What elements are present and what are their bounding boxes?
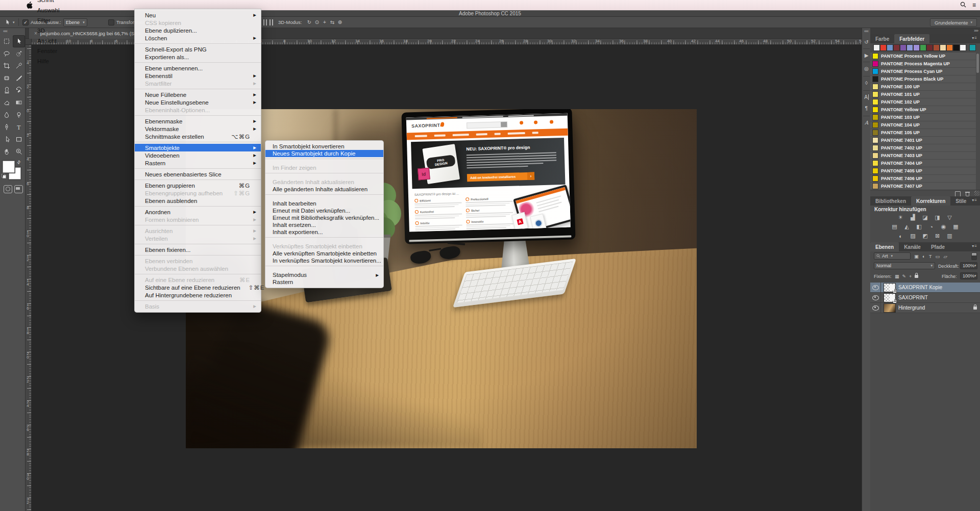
swatch-row[interactable]: PANTONE Yellow UP — [870, 106, 976, 114]
menu-item[interactable]: Inhalt exportieren... ▶ — [265, 228, 383, 236]
filter-type-layers-icon[interactable]: T — [929, 253, 932, 259]
swatch-row[interactable]: PANTONE Process Yellow UP — [870, 53, 976, 60]
swatch-row[interactable]: PANTONE 7406 UP — [870, 175, 976, 183]
slide-3d-icon[interactable]: ⇆ — [329, 19, 335, 25]
menu-item[interactable]: Ebenengruppierung aufheben ⇧⌘G ▶ — [135, 189, 261, 197]
menu-item[interactable]: ▶ — [135, 242, 261, 246]
history-panel-icon[interactable]: ↺ — [862, 39, 871, 45]
menu-item[interactable]: Neue Einstellungsebene ▶ — [135, 98, 261, 106]
menu-item[interactable]: ▶ — [135, 140, 261, 144]
menubar-item[interactable]: Schrift — [33, 0, 83, 5]
spotlight-icon[interactable] — [960, 2, 966, 9]
menu-item[interactable]: Rastern ▶ — [135, 159, 261, 167]
menubar-item[interactable]: Fenster — [33, 46, 83, 56]
panel-tab[interactable]: Stile — [950, 196, 971, 206]
color-swatch[interactable] — [927, 45, 933, 50]
layer-row[interactable]: SAXOPRINT Kopie — [870, 283, 980, 293]
ruler-origin-corner[interactable] — [26, 39, 32, 45]
align-icon[interactable] — [263, 19, 268, 25]
panel-tab[interactable]: Bibliotheken — [870, 196, 911, 206]
styles-panel-icon[interactable]: A — [862, 120, 871, 125]
menubar-item[interactable]: 3D — [33, 25, 83, 36]
panel-tab[interactable]: Farbe — [870, 34, 894, 43]
menu-item[interactable]: Neues Smartobjekt durch Kopie ▶ — [265, 150, 383, 157]
expand-panels-icon[interactable]: «« — [864, 29, 868, 34]
layer-row[interactable]: Hintergrund — [870, 303, 980, 313]
character-panel-icon[interactable]: A — [862, 94, 871, 100]
menu-item[interactable]: Ebenen verbinden ▶ — [135, 257, 261, 265]
layer-thumbnail[interactable] — [884, 304, 895, 312]
menu-item[interactable]: Smartfilter ▶ — [135, 80, 261, 87]
filter-adjustment-layers-icon[interactable]: ◐ — [922, 253, 925, 259]
color-swatch[interactable] — [970, 45, 975, 50]
swatch-row[interactable]: PANTONE 7401 UP — [870, 137, 976, 144]
properties-panel-icon[interactable]: ◎ — [862, 66, 871, 71]
path-selection-tool[interactable] — [1, 133, 13, 145]
color-swatch[interactable] — [880, 45, 886, 50]
threshold-icon[interactable]: ◩ — [921, 232, 930, 240]
brightness-contrast-icon[interactable]: ☀ — [896, 214, 905, 221]
swatch-row[interactable]: PANTONE 104 UP — [870, 121, 976, 129]
menu-item[interactable]: Erneut mit Bibliotheksgrafik verknüpfen.… — [265, 214, 383, 221]
eyedropper-tool[interactable] — [13, 60, 25, 72]
lasso-tool[interactable] — [1, 47, 13, 60]
menu-item[interactable]: ▶ — [135, 87, 261, 91]
menu-item[interactable]: Verknüpftes Smartobjekt einbetten ▶ — [265, 243, 383, 250]
panel-tab[interactable]: Pfade — [926, 242, 950, 251]
menu-item[interactable]: In verknüpftes Smartobjekt konvertieren.… — [265, 257, 383, 264]
swap-colors-icon[interactable]: ⇄ — [16, 159, 22, 165]
color-swatch[interactable] — [894, 45, 899, 50]
clone-stamp-tool[interactable] — [1, 84, 13, 96]
pan-3d-icon[interactable]: + — [321, 19, 328, 25]
apple-icon[interactable] — [27, 2, 33, 9]
swatch-row[interactable]: PANTONE 7404 UP — [870, 160, 976, 167]
invert-icon[interactable]: ◐ — [896, 232, 905, 240]
visibility-toggle[interactable] — [870, 303, 881, 313]
scrollbar-thumb[interactable] — [976, 54, 979, 73]
menubar-item[interactable]: Hilfe — [33, 56, 83, 66]
hand-tool[interactable] — [1, 145, 13, 158]
crop-tool[interactable] — [1, 60, 13, 72]
lock-transparency-icon[interactable]: ▦ — [895, 274, 899, 279]
menu-item[interactable]: Videoebenen ▶ — [135, 151, 261, 159]
color-swatch[interactable] — [874, 45, 879, 50]
transform-controls-checkbox[interactable] — [108, 19, 114, 25]
swatch-row[interactable]: PANTONE 7402 UP — [870, 144, 976, 152]
menu-item[interactable]: ▶ — [135, 253, 261, 257]
blur-tool[interactable] — [1, 109, 13, 121]
menu-item[interactable]: Im Finder zeigen ▶ — [265, 164, 383, 171]
menu-item[interactable]: Ebenen fixieren... ▶ — [135, 246, 261, 253]
layer-thumbnail[interactable] — [884, 294, 895, 302]
gradient-map-icon[interactable]: ▥ — [945, 232, 954, 240]
pen-tool[interactable] — [1, 121, 13, 133]
menu-item[interactable]: Inhalt ersetzen... ▶ — [265, 221, 383, 228]
menu-item[interactable]: Schnittmaske erstellen ⌥⌘G ▶ — [135, 133, 261, 140]
color-balance-icon[interactable]: ◭ — [902, 223, 912, 231]
scale-3d-icon[interactable]: ⊕ — [336, 19, 343, 25]
panel-tab[interactable]: Ebenen — [870, 242, 899, 251]
black-white-icon[interactable]: ◧ — [915, 223, 924, 231]
swatch-row[interactable]: PANTONE 100 UP — [870, 83, 976, 91]
layer-row[interactable]: SAXOPRINT — [870, 293, 980, 303]
zoom-tool[interactable] — [13, 145, 25, 158]
spot-healing-tool[interactable] — [1, 72, 13, 84]
menu-item[interactable]: Exportieren als... ▶ — [135, 53, 261, 61]
color-swatch[interactable] — [887, 45, 893, 50]
menu-item[interactable]: Ebenenmaske ▶ — [135, 117, 261, 125]
swatch-row[interactable]: PANTONE Process Cyan UP — [870, 68, 976, 75]
tool-preset[interactable]: ▾ — [4, 17, 15, 28]
visibility-toggle[interactable] — [870, 293, 881, 302]
default-colors-icon[interactable] — [2, 174, 6, 178]
panel-menu-icon[interactable]: ▾≡ — [972, 36, 977, 40]
menu-item[interactable]: Löschen ▶ — [135, 34, 261, 42]
menu-item[interactable]: Stapelmodus ▶ — [265, 271, 383, 278]
rotate-3d-icon[interactable]: ↻ — [306, 19, 312, 25]
menu-item[interactable]: Basis ▶ — [135, 302, 261, 310]
levels-icon[interactable]: ▟ — [909, 214, 918, 221]
swatch-row[interactable]: PANTONE 103 UP — [870, 114, 976, 121]
color-swatch[interactable] — [900, 45, 906, 50]
color-swatch[interactable] — [953, 45, 959, 50]
menu-item[interactable]: Ebene umbenennen... ▶ — [135, 64, 261, 72]
lock-position-icon[interactable]: + — [909, 274, 912, 279]
color-swatch[interactable] — [907, 45, 913, 50]
